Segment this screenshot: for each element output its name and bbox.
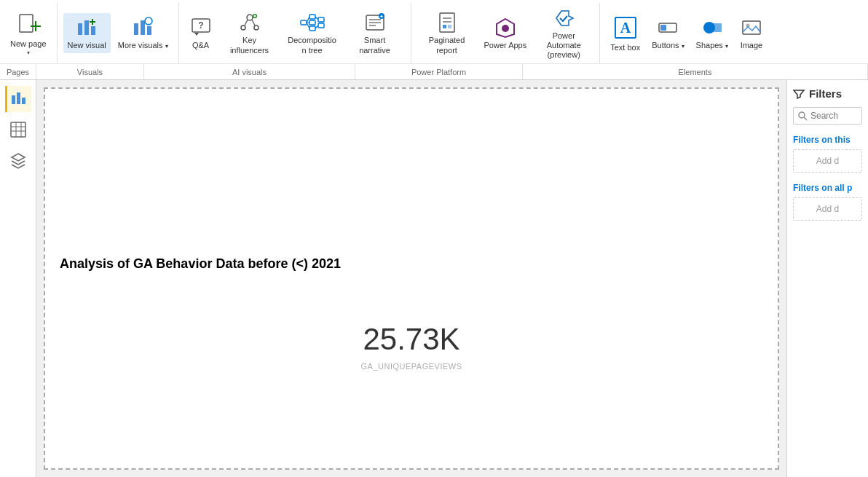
shapes-icon xyxy=(701,16,724,39)
new-page-label: New page xyxy=(10,39,47,49)
sidebar-icon-bar-chart[interactable] xyxy=(5,86,31,112)
filters-on-all-drop-zone[interactable]: Add d xyxy=(793,197,862,221)
ribbon-footer: Pages Visuals AI visuals Power Platform … xyxy=(0,63,868,79)
svg-point-18 xyxy=(254,25,259,30)
svg-rect-58 xyxy=(22,98,25,104)
key-influencers-button[interactable]: Key influencers xyxy=(220,8,280,58)
smart-narrative-icon: ✦ xyxy=(363,11,387,34)
new-page-button[interactable]: New page ▾ xyxy=(6,7,51,58)
svg-marker-64 xyxy=(12,154,25,161)
svg-rect-24 xyxy=(301,20,307,25)
smart-narrative-label: Smart narrative xyxy=(350,36,401,55)
qna-button[interactable]: ? Q&A xyxy=(185,13,217,53)
power-automate-icon xyxy=(552,7,575,30)
text-box-label: Text box xyxy=(610,43,640,52)
paginated-report-label: Paginated report xyxy=(422,36,473,55)
svg-text:...: ... xyxy=(146,18,151,25)
svg-rect-25 xyxy=(309,15,315,19)
paginated-report-button[interactable]: Paginated report xyxy=(417,8,477,58)
ribbon-items: New page ▾ New visual xyxy=(0,0,868,63)
svg-line-20 xyxy=(252,20,255,25)
svg-text:✦: ✦ xyxy=(379,14,384,19)
buttons-button[interactable]: Buttons ▾ xyxy=(647,13,688,53)
new-page-icon xyxy=(15,10,42,38)
svg-rect-26 xyxy=(309,20,315,25)
power-apps-label: Power Apps xyxy=(484,41,527,50)
svg-rect-59 xyxy=(11,122,25,137)
footer-power-platform: Power Platform xyxy=(355,64,523,79)
report-title: Analysis of GA Behavior Data before (<) … xyxy=(60,256,341,272)
svg-rect-5 xyxy=(91,26,95,35)
more-visuals-icon: ... xyxy=(131,16,154,39)
image-label: Image xyxy=(741,41,763,50)
shapes-label: Shapes ▾ xyxy=(696,41,728,50)
filters-on-this-drop-zone[interactable]: Add d xyxy=(793,149,862,173)
svg-marker-15 xyxy=(194,33,199,36)
filters-on-this-label: Filters on this xyxy=(793,135,862,145)
ribbon-group-ai-visuals: ? Q&A xyxy=(179,3,411,63)
canvas-area[interactable]: Analysis of GA Behavior Data before (<) … xyxy=(36,80,786,477)
new-visual-icon xyxy=(75,16,98,39)
svg-rect-57 xyxy=(17,92,20,104)
shapes-button[interactable]: Shapes ▾ xyxy=(692,13,733,53)
svg-rect-0 xyxy=(20,15,33,32)
filters-panel: Filters Filters on this Add d Filters on… xyxy=(786,80,868,477)
decomposition-tree-button[interactable]: Decomposition tree xyxy=(283,8,342,58)
text-box-button[interactable]: A Text box xyxy=(606,11,644,55)
svg-rect-9 xyxy=(141,20,145,35)
power-automate-label: Power Automate (preview) xyxy=(538,31,589,60)
svg-line-19 xyxy=(245,20,248,25)
svg-rect-3 xyxy=(78,23,82,35)
paginated-report-icon xyxy=(435,11,459,34)
main-area: Analysis of GA Behavior Data before (<) … xyxy=(0,80,868,477)
key-influencers-label: Key influencers xyxy=(224,36,275,55)
text-box-icon: A xyxy=(612,14,639,42)
image-button[interactable]: Image xyxy=(735,13,768,53)
svg-rect-53 xyxy=(713,23,722,32)
sidebar-icon-table[interactable] xyxy=(5,117,31,143)
svg-rect-4 xyxy=(84,20,89,35)
ribbon-group-visuals: New visual ... More visuals ▾ xyxy=(58,3,179,63)
filter-icon xyxy=(793,88,805,100)
filters-title: Filters xyxy=(809,87,842,100)
svg-point-16 xyxy=(247,15,253,20)
svg-text:A: A xyxy=(620,20,631,36)
ribbon-group-elements: A Text box Buttons ▾ xyxy=(600,3,773,63)
search-icon xyxy=(798,111,808,121)
sidebar-icon-layers[interactable] xyxy=(5,147,31,173)
buttons-icon xyxy=(656,16,679,39)
smart-narrative-button[interactable]: ✦ Smart narrative xyxy=(345,8,405,58)
more-visuals-button[interactable]: ... More visuals ▾ xyxy=(114,13,173,53)
filters-on-all-label: Filters on all p xyxy=(793,183,862,193)
svg-point-17 xyxy=(241,25,245,30)
filters-search-box[interactable] xyxy=(793,107,862,125)
more-visuals-label: More visuals ▾ xyxy=(118,41,168,50)
ribbon: New page ▾ New visual xyxy=(0,0,868,80)
svg-point-65 xyxy=(799,112,805,118)
footer-visuals: Visuals xyxy=(36,64,144,79)
qna-label: Q&A xyxy=(192,41,209,50)
svg-rect-41 xyxy=(440,13,454,32)
new-visual-button[interactable]: New visual xyxy=(63,13,111,53)
svg-rect-8 xyxy=(134,23,138,35)
power-automate-button[interactable]: Power Automate (preview) xyxy=(534,4,593,63)
footer-pages: Pages xyxy=(0,64,36,79)
new-page-dropdown-arrow: ▾ xyxy=(27,50,30,56)
power-apps-button[interactable]: Power Apps xyxy=(480,13,532,53)
decomposition-tree-label: Decomposition tree xyxy=(287,36,338,55)
key-influencers-icon xyxy=(238,11,261,34)
left-sidebar xyxy=(0,80,36,477)
svg-rect-56 xyxy=(12,95,15,104)
svg-rect-44 xyxy=(443,25,446,28)
filters-search-input[interactable] xyxy=(810,111,857,121)
svg-rect-10 xyxy=(147,26,151,35)
metric-label: GA_UNIQUEPAGEVIEWS xyxy=(361,362,462,371)
power-apps-icon xyxy=(494,16,517,39)
footer-elements: Elements xyxy=(523,64,868,79)
svg-rect-45 xyxy=(448,25,451,28)
svg-rect-28 xyxy=(318,17,324,22)
decomposition-tree-icon xyxy=(301,11,324,34)
svg-text:?: ? xyxy=(198,20,203,31)
metric-value: 25.73K xyxy=(363,322,459,357)
qna-icon: ? xyxy=(189,16,213,39)
